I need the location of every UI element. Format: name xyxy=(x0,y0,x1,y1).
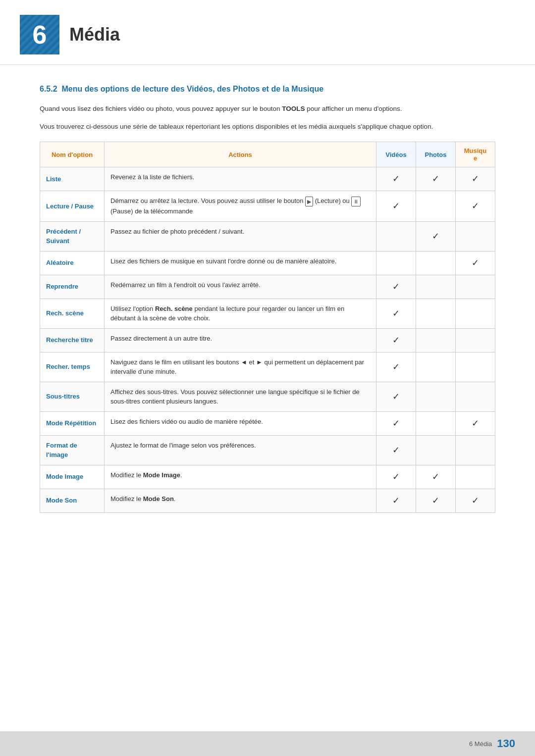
option-action-precedent-suivant: Passez au fichier de photo précédent / s… xyxy=(105,221,376,251)
col-header-photos: Photos xyxy=(416,142,456,167)
chapter-number-box: 6 xyxy=(20,15,59,54)
check-sous-titres-music xyxy=(456,382,495,411)
table-row: Recher. temps Naviguez dans le film en u… xyxy=(40,352,495,382)
check-rech-scene-music xyxy=(456,299,495,328)
option-name-recherche-titre: Recherche titre xyxy=(40,328,105,352)
table-row: Mode Son Modifiez le Mode Son. ✓ ✓ ✓ xyxy=(40,489,495,512)
intro-paragraph-1: Quand vous lisez des fichiers vidéo ou p… xyxy=(40,103,495,114)
check-aleatoire-videos xyxy=(376,251,416,275)
table-row: Mode Répétition Lisez des fichiers vidéo… xyxy=(40,411,495,435)
check-format-image-music xyxy=(456,435,495,465)
table-row: Lecture / Pause Démarrez ou arrêtez la l… xyxy=(40,191,495,221)
check-format-image-photos xyxy=(416,435,456,465)
table-row: Liste Revenez à la liste de fichiers. ✓ … xyxy=(40,167,495,191)
table-row: Précédent /Suivant Passez au fichier de … xyxy=(40,221,495,251)
check-mode-son-music: ✓ xyxy=(456,489,495,512)
option-name-precedent-suivant: Précédent /Suivant xyxy=(40,221,105,251)
check-reprendre-photos xyxy=(416,275,456,299)
table-row: Recherche titre Passez directement à un … xyxy=(40,328,495,352)
check-rech-scene-photos xyxy=(416,299,456,328)
check-liste-photos: ✓ xyxy=(416,167,456,191)
check-reprendre-videos: ✓ xyxy=(376,275,416,299)
option-name-mode-image: Mode Image xyxy=(40,465,105,489)
check-lecture-videos: ✓ xyxy=(376,191,416,221)
check-recher-temps-music xyxy=(456,352,495,382)
table-body: Liste Revenez à la liste de fichiers. ✓ … xyxy=(40,167,495,512)
check-sous-titres-videos: ✓ xyxy=(376,382,416,411)
option-name-sous-titres: Sous-titres xyxy=(40,382,105,411)
col-header-music: Musique xyxy=(456,142,495,167)
col-header-actions: Actions xyxy=(105,142,376,167)
check-reprendre-music xyxy=(456,275,495,299)
option-action-aleatoire: Lisez des fichiers de musique en suivant… xyxy=(105,251,376,275)
option-name-mode-son: Mode Son xyxy=(40,489,105,512)
check-aleatoire-photos xyxy=(416,251,456,275)
mode-image-bold: Mode Image xyxy=(143,471,180,479)
check-mode-image-videos: ✓ xyxy=(376,465,416,489)
check-precedent-photos: ✓ xyxy=(416,221,456,251)
section-number: 6.5.2 xyxy=(40,85,57,93)
option-name-format-image: Format del'image xyxy=(40,435,105,465)
check-recherche-titre-music xyxy=(456,328,495,352)
check-recher-temps-photos xyxy=(416,352,456,382)
option-action-liste: Revenez à la liste de fichiers. xyxy=(105,167,376,191)
table-header-row: Nom d'option Actions Vidéos Photos Musiq… xyxy=(40,142,495,167)
check-sous-titres-photos xyxy=(416,382,456,411)
option-action-recherche-titre: Passez directement à un autre titre. xyxy=(105,328,376,352)
option-action-mode-repetition: Lisez des fichiers vidéo ou audio de man… xyxy=(105,411,376,435)
option-name-liste: Liste xyxy=(40,167,105,191)
option-action-reprendre: Redémarrez un film à l'endroit où vous l… xyxy=(105,275,376,299)
option-name-aleatoire: Aléatoire xyxy=(40,251,105,275)
play-icon: ▶ xyxy=(305,197,313,207)
footer-label: 6 Média xyxy=(469,740,492,748)
options-table: Nom d'option Actions Vidéos Photos Musiq… xyxy=(40,142,495,512)
table-row: Sous-titres Affichez des sous-titres. Vo… xyxy=(40,382,495,411)
check-precedent-videos xyxy=(376,221,416,251)
option-name-lecture-pause: Lecture / Pause xyxy=(40,191,105,221)
check-mode-repetition-music: ✓ xyxy=(456,411,495,435)
option-action-rech-scene: Utilisez l'option Rech. scène pendant la… xyxy=(105,299,376,328)
check-format-image-videos: ✓ xyxy=(376,435,416,465)
section-heading: 6.5.2 Menu des options de lecture des Vi… xyxy=(40,85,495,94)
chapter-title: Média xyxy=(69,24,120,45)
mode-son-bold: Mode Son xyxy=(143,495,174,503)
check-mode-son-videos: ✓ xyxy=(376,489,416,512)
check-mode-repetition-photos xyxy=(416,411,456,435)
intro-paragraph-2: Vous trouverez ci-dessous une série de t… xyxy=(40,121,495,132)
check-precedent-music xyxy=(456,221,495,251)
main-content: 6.5.2 Menu des options de lecture des Vi… xyxy=(0,65,535,543)
chapter-number: 6 xyxy=(33,20,47,50)
option-action-mode-son: Modifiez le Mode Son. xyxy=(105,489,376,512)
col-header-videos: Vidéos xyxy=(376,142,416,167)
option-action-mode-image: Modifiez le Mode Image. xyxy=(105,465,376,489)
table-row: Rech. scène Utilisez l'option Rech. scèn… xyxy=(40,299,495,328)
check-liste-music: ✓ xyxy=(456,167,495,191)
table-row: Format del'image Ajustez le format de l'… xyxy=(40,435,495,465)
option-name-recher-temps: Recher. temps xyxy=(40,352,105,382)
option-name-rech-scene: Rech. scène xyxy=(40,299,105,328)
option-action-lecture-pause: Démarrez ou arrêtez la lecture. Vous pou… xyxy=(105,191,376,221)
check-lecture-photos xyxy=(416,191,456,221)
check-mode-image-photos: ✓ xyxy=(416,465,456,489)
option-action-format-image: Ajustez le format de l'image selon vos p… xyxy=(105,435,376,465)
table-row: Mode Image Modifiez le Mode Image. ✓ ✓ xyxy=(40,465,495,489)
check-aleatoire-music: ✓ xyxy=(456,251,495,275)
section-title: Menu des options de lecture des Vidéos, … xyxy=(61,85,323,93)
table-row: Reprendre Redémarrez un film à l'endroit… xyxy=(40,275,495,299)
check-mode-son-photos: ✓ xyxy=(416,489,456,512)
option-name-mode-repetition: Mode Répétition xyxy=(40,411,105,435)
check-recherche-titre-videos: ✓ xyxy=(376,328,416,352)
footer-page-number: 130 xyxy=(497,737,515,750)
page-header: 6 Média xyxy=(0,0,535,65)
option-name-reprendre: Reprendre xyxy=(40,275,105,299)
check-lecture-music: ✓ xyxy=(456,191,495,221)
rech-scene-bold: Rech. scène xyxy=(155,305,193,312)
pause-icon: ⏸ xyxy=(351,197,361,207)
option-action-recher-temps: Naviguez dans le film en utilisant les b… xyxy=(105,352,376,382)
table-row: Aléatoire Lisez des fichiers de musique … xyxy=(40,251,495,275)
check-recher-temps-videos: ✓ xyxy=(376,352,416,382)
check-rech-scene-videos: ✓ xyxy=(376,299,416,328)
check-liste-videos: ✓ xyxy=(376,167,416,191)
check-mode-repetition-videos: ✓ xyxy=(376,411,416,435)
col-header-name: Nom d'option xyxy=(40,142,105,167)
